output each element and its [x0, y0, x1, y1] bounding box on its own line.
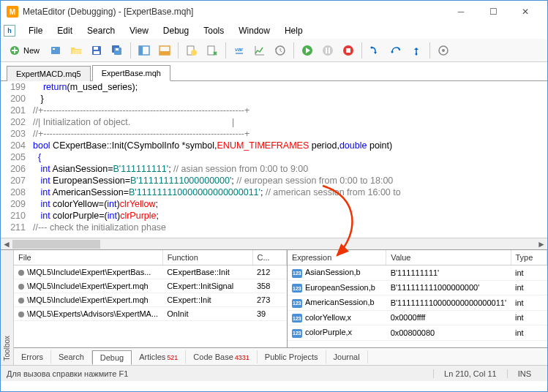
btab-debug[interactable]: Debug — [92, 350, 132, 365]
panel2-icon[interactable] — [155, 41, 174, 60]
terminal-icon[interactable] — [203, 41, 222, 60]
btab-errors[interactable]: Errors — [14, 350, 51, 363]
table-row[interactable]: \MQL5\Include\Expert\Expert.mqhCExpert::… — [14, 293, 286, 307]
compile-icon[interactable] — [182, 41, 201, 60]
new-button[interactable]: New — [4, 41, 45, 60]
col-file[interactable]: File — [14, 250, 162, 265]
col-caller[interactable]: C... — [252, 250, 286, 265]
tab-expertbase[interactable]: ExpertBase.mqh — [92, 65, 170, 81]
maximize-button[interactable]: ☐ — [477, 1, 509, 22]
window-title: MetaEditor (Debugging) - [ExpertBase.mqh… — [23, 7, 445, 17]
svg-rect-12 — [159, 51, 170, 55]
save-icon[interactable] — [87, 41, 106, 60]
svg-rect-21 — [329, 48, 330, 53]
table-row[interactable]: 123colorPurple,x0x00800080int — [288, 325, 547, 341]
svg-point-14 — [191, 50, 197, 56]
svg-rect-23 — [346, 48, 350, 53]
table-row[interactable]: 123colorYellow,x0x0000ffffint — [288, 310, 547, 325]
table-row[interactable]: 123AsianSession,bB'111111111'int — [288, 265, 547, 281]
menu-tools[interactable]: Tools — [196, 24, 231, 37]
step-over-icon[interactable] — [386, 41, 405, 60]
status-insert: INS — [507, 369, 541, 378]
menu-view[interactable]: View — [122, 24, 156, 37]
project-icon[interactable] — [46, 41, 65, 60]
tab-expertmacd[interactable]: ExpertMACD.mq5 — [7, 66, 91, 81]
scroll-left-icon[interactable]: ◄ — [1, 238, 12, 249]
status-position: Ln 210, Col 11 — [433, 369, 507, 378]
status-help: Для вызова справки нажмите F1 — [7, 369, 433, 378]
svg-rect-15 — [208, 46, 214, 55]
menu-debug[interactable]: Debug — [156, 24, 196, 37]
panel-icon[interactable] — [135, 41, 154, 60]
settings-icon[interactable] — [434, 41, 453, 60]
step-into-icon[interactable] — [366, 41, 385, 60]
stop-icon[interactable] — [339, 41, 358, 60]
chart-icon[interactable] — [250, 41, 269, 60]
btab-codebase[interactable]: Code Base4331 — [186, 350, 257, 363]
svg-text:var: var — [235, 46, 243, 53]
btab-search[interactable]: Search — [51, 350, 92, 363]
svg-rect-1 — [51, 47, 60, 54]
scroll-right-icon[interactable]: ► — [536, 238, 547, 249]
btab-articles[interactable]: Articles521 — [132, 350, 186, 363]
menu-window[interactable]: Window — [231, 24, 277, 37]
col-expression[interactable]: Expression — [288, 250, 386, 265]
scroll-thumb[interactable] — [12, 240, 100, 249]
table-row[interactable]: \MQL5\Include\Expert\Expert.mqhCExpert::… — [14, 279, 286, 293]
play-icon[interactable] — [298, 41, 317, 60]
menu-help[interactable]: Help — [277, 24, 310, 37]
col-function[interactable]: Function — [162, 250, 252, 265]
svg-point-19 — [323, 45, 333, 56]
table-row[interactable]: 123EuropeanSession,bB'111111111000000000… — [288, 280, 547, 295]
table-row[interactable]: \MQL5\Experts\Advisors\ExpertMA...OnInit… — [14, 307, 286, 321]
new-label: New — [23, 46, 40, 55]
toolbox-label: Toolbox — [1, 250, 14, 365]
btab-public[interactable]: Public Projects — [258, 350, 326, 363]
var-icon[interactable]: var — [230, 41, 249, 60]
editor-hscroll[interactable]: ◄ ► — [1, 238, 547, 249]
close-button[interactable]: ✕ — [509, 1, 541, 22]
col-value[interactable]: Value — [386, 250, 511, 265]
svg-point-28 — [442, 49, 445, 52]
svg-point-26 — [416, 53, 418, 55]
svg-point-25 — [391, 50, 394, 53]
svg-rect-2 — [53, 48, 55, 50]
code-editor[interactable]: 199 return(m_used_series); 200 } 201//+-… — [1, 81, 547, 238]
btab-journal[interactable]: Journal — [326, 350, 368, 363]
app-icon: M — [7, 6, 18, 18]
svg-rect-20 — [326, 48, 327, 53]
history-icon[interactable] — [271, 41, 290, 60]
pause-icon[interactable] — [318, 41, 337, 60]
svg-rect-5 — [94, 51, 100, 54]
svg-point-24 — [371, 46, 373, 48]
svg-rect-4 — [94, 47, 98, 50]
table-row[interactable]: 123AmericanSession,bB'111111110000000000… — [288, 295, 547, 311]
menu-file[interactable]: File — [21, 24, 50, 37]
svg-rect-8 — [116, 48, 119, 50]
table-row[interactable]: \MQL5\Include\Expert\ExpertBas...CExpert… — [14, 265, 286, 279]
callstack-table[interactable]: File Function C... \MQL5\Include\Expert\… — [14, 250, 287, 321]
svg-rect-10 — [139, 46, 143, 55]
step-out-icon[interactable] — [407, 41, 426, 60]
menu-edit[interactable]: Edit — [50, 24, 80, 37]
col-type[interactable]: Type — [511, 250, 547, 265]
doc-icon[interactable]: h — [4, 25, 15, 37]
minimize-button[interactable]: ─ — [445, 1, 477, 22]
watch-table[interactable]: Expression Value Type 123AsianSession,bB… — [288, 250, 547, 341]
menu-search[interactable]: Search — [80, 24, 122, 37]
open-icon[interactable] — [67, 41, 86, 60]
save-all-icon[interactable] — [108, 41, 127, 60]
